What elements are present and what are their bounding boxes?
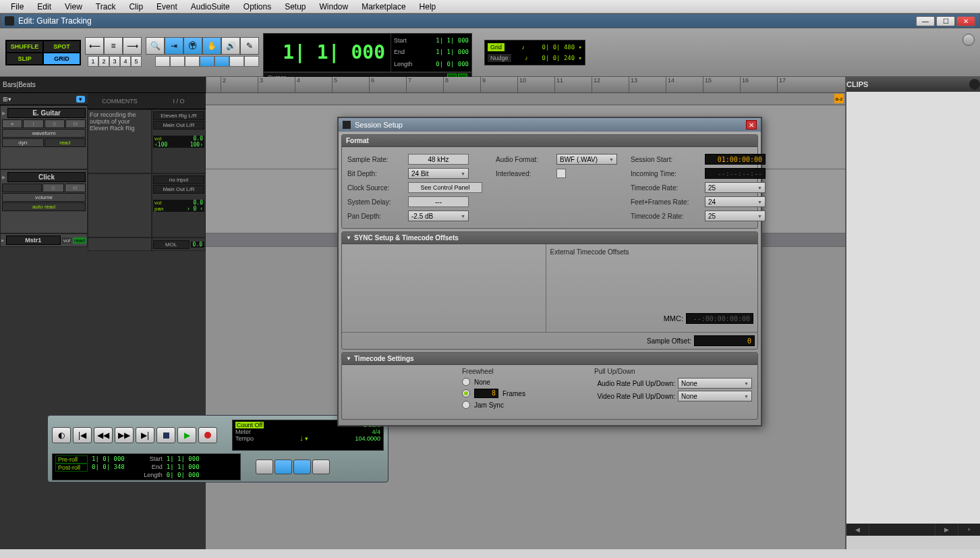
tc-rate-select[interactable]: 25▼ (705, 182, 766, 193)
expand-toolbar-icon[interactable] (962, 34, 975, 46)
menu-event[interactable]: Event (150, 1, 184, 13)
meter-value[interactable]: 4/4 (372, 428, 380, 435)
session-setup-dialog[interactable]: Session Setup ✕ Format Sample Rate:48 kH… (337, 117, 762, 426)
interleaved-checkbox[interactable] (556, 169, 566, 178)
metronome-icon[interactable] (275, 459, 292, 474)
tab-to-transient-icon[interactable] (155, 56, 170, 67)
pan-depth-select[interactable]: -2.5 dB▼ (408, 211, 469, 221)
track-view-button[interactable]: waveform (2, 129, 86, 138)
mol-button[interactable]: MOL (153, 240, 190, 249)
preroll-value[interactable]: 1| 0| 000 (92, 455, 125, 464)
end-value[interactable]: 1| 1| 000 (167, 464, 200, 472)
zoomer-tool-icon[interactable]: 🔍 (146, 37, 165, 55)
marker-icon[interactable]: a-z (834, 94, 844, 103)
length-value[interactable]: 0| 0| 000 (167, 472, 200, 478)
menu-clip[interactable]: Clip (122, 1, 150, 13)
menu-setup[interactable]: Setup (278, 1, 312, 13)
input-selector[interactable]: no input (153, 175, 204, 184)
goto-end-button[interactable]: ▶| (136, 427, 154, 443)
postroll-value[interactable]: 0| 0| 348 (92, 464, 125, 472)
solo-button[interactable]: S (42, 184, 64, 192)
input-selector[interactable]: Eleven Rig L/R (153, 111, 204, 120)
solo-button[interactable]: S (45, 119, 65, 128)
layered-edit-icon[interactable] (244, 56, 259, 67)
automation-mode-button[interactable]: auto read (2, 202, 86, 211)
menu-view[interactable]: View (58, 1, 89, 13)
record-enable-button[interactable]: ● (2, 119, 22, 128)
audio-pull-select[interactable]: None▼ (678, 378, 752, 389)
track-comment[interactable] (88, 173, 152, 238)
bit-depth-select[interactable]: 24 Bit▼ (408, 168, 469, 179)
link-timeline-icon[interactable] (170, 56, 185, 67)
postroll-label[interactable]: Post-roll (55, 464, 88, 472)
play-button[interactable]: ▶ (177, 427, 196, 443)
rtz-button[interactable]: |◀ (73, 427, 92, 443)
output-selector[interactable]: Main Out L/R (153, 185, 204, 194)
nudge-value[interactable]: 0| 0| 240 ▾ (542, 55, 582, 61)
menu-file[interactable]: File (4, 1, 30, 13)
track-name[interactable]: Mstr1 (6, 235, 61, 245)
zoom-out-icon[interactable]: ⟶ (123, 37, 142, 55)
start-value[interactable]: 1| 1| 000 (167, 455, 200, 464)
vol-label[interactable]: vol (62, 238, 71, 244)
freewheel-none-radio[interactable] (462, 378, 470, 386)
menu-track[interactable]: Track (89, 1, 123, 13)
mmc-value[interactable]: --:00:00:00:00 (686, 313, 753, 324)
end-value[interactable]: 1| 1| 000 (436, 49, 469, 55)
track-expand-icon[interactable]: ▸ (2, 173, 6, 182)
track-expand-icon[interactable]: ▸ (1, 237, 5, 244)
session-start-value[interactable]: 01:00:00:00 (705, 154, 766, 165)
scrubber-tool-icon[interactable]: 🔊 (221, 37, 240, 55)
video-pull-select[interactable]: None▼ (678, 391, 752, 401)
clips-right-icon[interactable]: ▶ (935, 524, 958, 536)
collapse-icon[interactable]: ▼ (346, 356, 351, 362)
forward-button[interactable]: ▶▶ (115, 427, 134, 443)
dialog-titlebar[interactable]: Session Setup ✕ (339, 118, 761, 132)
frames-value[interactable]: 8 (474, 389, 498, 398)
ruler-selector[interactable]: Bars|Beats (0, 77, 88, 93)
output-selector[interactable]: Main Out L/R (153, 121, 204, 130)
selector-tool-icon[interactable]: 〶 (183, 37, 202, 55)
clips-menu-icon[interactable] (969, 79, 980, 90)
menu-audiosuite[interactable]: AudioSuite (184, 1, 237, 13)
slip-mode-button[interactable]: SLIP (6, 53, 43, 65)
zoom-wave-icon[interactable]: ≡ (104, 37, 123, 55)
midi-merge-icon[interactable] (293, 459, 311, 474)
zoom-preset-3[interactable]: 3 (109, 56, 120, 67)
zoom-preset-4[interactable]: 4 (120, 56, 131, 67)
nudge-label[interactable]: Nudge (488, 54, 511, 62)
menu-help[interactable]: Help (413, 1, 443, 13)
stop-button[interactable] (156, 427, 175, 443)
menu-marketplace[interactable]: Marketplace (355, 1, 412, 13)
ff-rate-select[interactable]: 24▼ (705, 196, 766, 207)
conductor-icon[interactable] (312, 459, 330, 474)
grid-value[interactable]: 0| 0| 480 ▾ (542, 44, 582, 51)
record-button[interactable] (198, 427, 217, 443)
menu-window[interactable]: Window (313, 1, 355, 13)
track-comment[interactable] (88, 238, 152, 251)
zoom-preset-1[interactable]: 1 (88, 56, 98, 67)
track-view-selector[interactable]: ⊞▾ (3, 96, 11, 103)
grid-label[interactable]: Grid (488, 43, 505, 51)
freewheel-jam-radio[interactable] (462, 401, 470, 409)
start-value[interactable]: 1| 1| 000 (436, 37, 469, 44)
track-name[interactable]: Click (7, 172, 86, 182)
maximize-button[interactable]: ☐ (936, 16, 955, 26)
zoom-preset-5[interactable]: 5 (131, 56, 142, 67)
pan-left[interactable]: ‹100 (154, 142, 167, 148)
automation-mode-button[interactable]: read (73, 238, 86, 244)
mute-button[interactable]: M (65, 119, 86, 128)
pencil-tool-icon[interactable]: ✎ (240, 37, 259, 55)
close-button[interactable]: ✕ (956, 16, 975, 26)
track-name[interactable]: E. Guitar (7, 108, 86, 118)
track-expand-icon[interactable]: ▸ (2, 109, 6, 117)
grid-mode-button[interactable]: GRID (43, 53, 80, 65)
clips-search[interactable] (869, 524, 935, 536)
length-value[interactable]: 0| 0| 000 (436, 61, 469, 67)
tc2-rate-select[interactable]: 25▼ (705, 211, 766, 221)
automation-follows-icon[interactable] (229, 56, 244, 67)
mirrored-edit-icon[interactable] (214, 56, 229, 67)
wait-note-icon[interactable] (256, 459, 273, 474)
trim-tool-icon[interactable]: ⇥ (165, 37, 183, 55)
pan-value[interactable]: › 0 ‹ (187, 206, 203, 212)
